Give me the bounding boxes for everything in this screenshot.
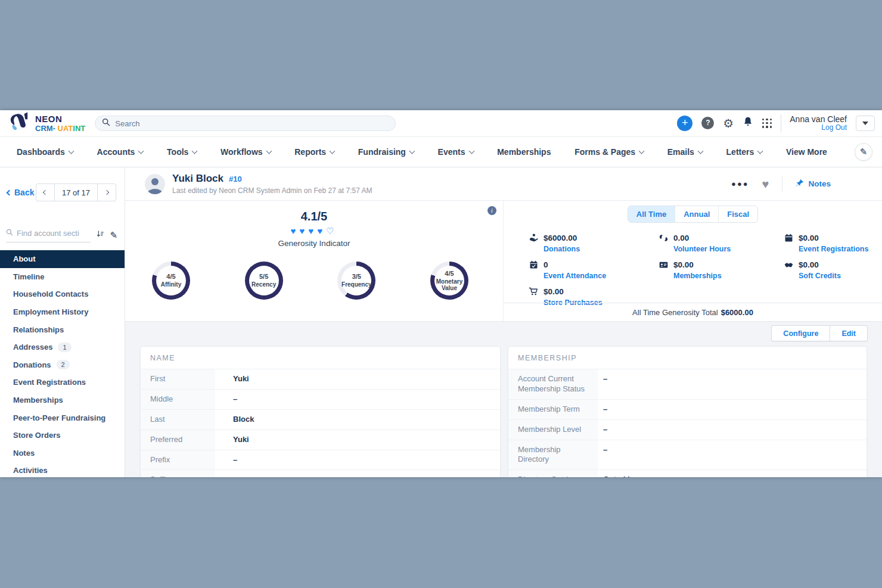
nav-item-label: Accounts: [97, 147, 135, 157]
stat-link-event-registrations[interactable]: Event Registrations: [799, 245, 868, 253]
avatar: [145, 174, 165, 194]
user-menu-button[interactable]: [856, 116, 875, 131]
nav-item-tools[interactable]: Tools: [167, 147, 197, 157]
desktop-backdrop: { "colors": { "accent_blue": "#1b7fe0", …: [0, 0, 882, 588]
settings-gear-icon[interactable]: ⚙: [723, 117, 734, 129]
field-value: Block: [215, 410, 260, 428]
sidebar-item-store-orders[interactable]: Store Orders: [0, 427, 125, 444]
pushpin-icon: [796, 179, 804, 189]
sidebar-item-household-contacts[interactable]: Household Contacts: [0, 285, 125, 303]
edit-sections-pencil-icon[interactable]: ✎: [110, 230, 117, 241]
sidebar-item-donations[interactable]: Donations2: [0, 356, 125, 374]
notes-button[interactable]: Notes: [796, 179, 867, 189]
sidebar-item-label: About: [13, 254, 36, 263]
count-badge: 2: [57, 360, 70, 369]
sidebar-item-notes[interactable]: Notes: [0, 444, 125, 462]
chevron-down-icon: [639, 148, 645, 154]
neon-crm-logo: NEON CRM- UATINT: [8, 112, 85, 135]
field-label: Last: [141, 410, 215, 430]
tab-annual[interactable]: Annual: [675, 206, 718, 222]
sidebar-item-employment-history[interactable]: Employment History: [0, 303, 125, 321]
help-button[interactable]: ?: [701, 117, 714, 129]
tab-fiscal[interactable]: Fiscal: [718, 206, 757, 222]
field-value: Yuki: [215, 430, 255, 449]
nav-item-accounts[interactable]: Accounts: [97, 147, 144, 157]
gauge-affinity: 4/5Affinity: [152, 262, 190, 300]
stat-link-donations[interactable]: Donations: [544, 245, 580, 253]
field-label: Directory Opt-In Status: [508, 470, 598, 477]
nav-item-letters[interactable]: Letters: [726, 147, 763, 157]
nav-edit-pencil-button[interactable]: ✎: [855, 143, 872, 161]
heart-filled-icon: ♥: [290, 226, 299, 236]
nav-item-forms-pages[interactable]: Forms & Pages: [574, 147, 644, 157]
global-search-input[interactable]: Search: [95, 116, 396, 131]
nav-item-emails[interactable]: Emails: [667, 147, 703, 157]
sidebar-item-label: Store Orders: [13, 431, 60, 440]
pager-prev-button[interactable]: [36, 184, 54, 201]
logout-link[interactable]: Log Out: [790, 124, 847, 132]
sidebar-item-event-registrations[interactable]: Event Registrations: [0, 374, 125, 391]
tab-all-time[interactable]: All Time: [628, 206, 675, 222]
nav-item-label: View More: [786, 147, 827, 157]
stat-link-volunteer-hours[interactable]: Volunteer Hours: [673, 245, 731, 253]
stat-value: $0.00: [544, 287, 564, 296]
more-actions-button[interactable]: ●●●: [731, 179, 749, 188]
field-label: Suffix: [141, 470, 215, 477]
chevron-down-icon: [409, 148, 415, 154]
nav-item-reports[interactable]: Reports: [294, 147, 334, 157]
nav-item-fundraising[interactable]: Fundraising: [358, 147, 414, 157]
app-switcher-grid-icon[interactable]: [762, 119, 772, 128]
nav-item-events[interactable]: Events: [438, 147, 474, 157]
nav-item-label: Fundraising: [358, 147, 406, 157]
find-section-input[interactable]: [17, 229, 79, 238]
nav-item-dashboards[interactable]: Dashboards: [17, 147, 73, 157]
stat-donations: $6000.00Donations: [529, 233, 659, 253]
nav-item-label: Dashboards: [17, 147, 65, 157]
user-block: Anna van Cleef Log Out: [781, 114, 847, 132]
quick-add-button[interactable]: +: [677, 116, 692, 131]
sidebar-item-about[interactable]: About: [0, 250, 125, 268]
nav-item-label: Memberships: [497, 147, 551, 157]
stat-value: 0: [544, 260, 548, 269]
gauge-inner: 3/5Frequency: [341, 266, 371, 295]
volunteer-hours-icon: [659, 233, 669, 243]
generosity-score: 4.1/5: [125, 210, 503, 223]
stat-top: $0.00: [784, 260, 882, 270]
heart-filled-icon: ♥: [317, 226, 326, 236]
logo-text: NEON CRM- UATINT: [35, 114, 85, 132]
edit-button[interactable]: Edit: [830, 325, 868, 341]
sidebar-item-label: Activities: [13, 466, 48, 475]
stat-link-event-attendance[interactable]: Event Attendance: [544, 272, 606, 280]
nav-item-view-more[interactable]: View More: [786, 147, 827, 157]
store-purchases-icon: [529, 287, 539, 297]
generosity-label: Generosity Indicator: [125, 239, 503, 248]
stat-link-memberships[interactable]: Memberships: [673, 272, 722, 280]
sort-sections-icon[interactable]: [96, 230, 104, 241]
sidebar-item-label: Household Contacts: [13, 290, 88, 298]
favorite-heart-icon[interactable]: ♥: [762, 178, 769, 190]
stat-link-soft-credits[interactable]: Soft Credits: [799, 272, 841, 280]
sidebar-item-memberships[interactable]: Memberships: [0, 391, 125, 409]
pager-next-button[interactable]: [98, 184, 116, 201]
sidebar-item-addresses[interactable]: Addresses1: [0, 338, 125, 356]
search-placeholder: Search: [115, 119, 139, 128]
field-value: –: [598, 369, 613, 388]
info-icon[interactable]: i: [487, 206, 496, 215]
logo-product: CRM-: [35, 124, 55, 133]
membership-card: MEMBERSHIP Account Current Membership St…: [508, 346, 867, 477]
stats-period-tabs: All TimeAnnualFiscal: [628, 206, 758, 223]
configure-button[interactable]: Configure: [771, 325, 830, 341]
chevron-right-icon: [104, 190, 109, 195]
nav-item-workflows[interactable]: Workflows: [220, 147, 271, 157]
main-content: Yuki Block #10 Last edited by Neon CRM S…: [125, 167, 882, 477]
sidebar-item-relationships[interactable]: Relationships: [0, 321, 125, 338]
notifications-bell-icon[interactable]: [743, 116, 753, 130]
profile-header: Yuki Block #10 Last edited by Neon CRM S…: [125, 167, 882, 201]
sidebar-item-activities[interactable]: Activities: [0, 462, 125, 477]
back-link[interactable]: Back: [7, 188, 34, 197]
sidebar-item-peer-to-peer-fundraising[interactable]: Peer-to-Peer Fundraising: [0, 409, 125, 427]
sidebar-item-timeline[interactable]: Timeline: [0, 268, 125, 286]
nav-item-memberships[interactable]: Memberships: [497, 147, 551, 157]
field-row-suffix: Suffix–: [141, 470, 500, 477]
nav-item-label: Workflows: [220, 147, 263, 157]
